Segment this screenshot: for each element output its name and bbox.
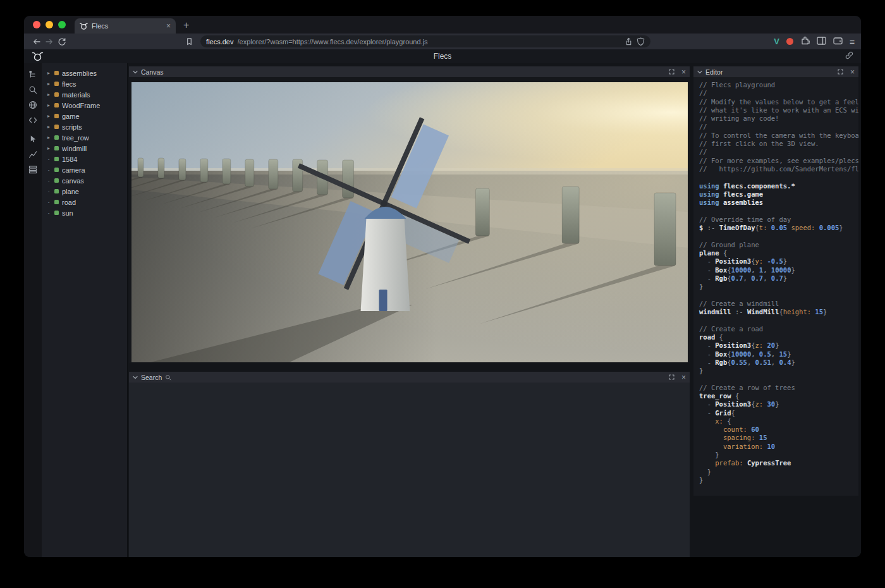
- entity-square-icon: [54, 178, 59, 183]
- code-line: }: [699, 468, 858, 476]
- tree-item-WoodFrame[interactable]: ▸WoodFrame: [42, 100, 127, 111]
- bookmark-icon[interactable]: [183, 35, 195, 48]
- tree-item-sun[interactable]: -sun: [42, 207, 127, 218]
- extension-v-icon[interactable]: V: [774, 37, 779, 46]
- menu-icon[interactable]: ≡: [850, 37, 855, 47]
- entity-square-icon: [54, 211, 59, 215]
- code-line: x: {: [699, 417, 858, 426]
- entity-tree-icon[interactable]: [26, 69, 40, 80]
- traffic-minimize[interactable]: [46, 21, 53, 28]
- search-results-area[interactable]: [129, 383, 690, 557]
- module-square-icon: [54, 125, 59, 129]
- tree-item-canvas[interactable]: -canvas: [42, 175, 127, 186]
- tree-item-label: sun: [62, 209, 73, 217]
- stats-icon[interactable]: [26, 149, 40, 159]
- extension-record-icon[interactable]: [786, 38, 793, 45]
- entity-tree: ▸assemblies▸flecs▸materials▸WoodFrame▸ga…: [42, 63, 128, 557]
- search-magnifier-icon[interactable]: [165, 374, 171, 381]
- code-line: [699, 375, 858, 383]
- code-line: - Box{10000, 1, 10000}: [699, 266, 858, 274]
- tree-item-windmill[interactable]: ▸windmill: [42, 143, 127, 154]
- chevron-down-icon[interactable]: [133, 376, 138, 379]
- code-line: [699, 316, 858, 324]
- tree-item-road[interactable]: -road: [42, 197, 127, 207]
- close-icon[interactable]: ×: [850, 68, 855, 76]
- new-tab-button[interactable]: +: [183, 20, 189, 31]
- tree-item-1584[interactable]: -1584: [42, 154, 127, 164]
- share-icon[interactable]: [625, 37, 633, 46]
- traffic-close[interactable]: [33, 21, 40, 28]
- tree-item-scripts[interactable]: ▸scripts: [42, 121, 127, 132]
- browser-window: Flecs × + flecs.dev/explorer/?wasm=https…: [24, 16, 861, 557]
- expand-icon[interactable]: [669, 374, 674, 380]
- traffic-maximize[interactable]: [58, 21, 66, 28]
- tree-item-label: canvas: [62, 177, 84, 185]
- tree-item-materials[interactable]: ▸materials: [42, 89, 127, 100]
- link-icon[interactable]: [845, 51, 853, 62]
- tree-item-label: assemblies: [62, 70, 97, 77]
- browser-tab[interactable]: Flecs ×: [75, 18, 176, 34]
- canvas-body: [129, 77, 690, 363]
- reload-icon[interactable]: [56, 35, 68, 48]
- canvas-panel-header[interactable]: Canvas ×: [129, 66, 690, 77]
- expand-icon[interactable]: [838, 69, 843, 75]
- expand-arrow-icon[interactable]: ▸: [46, 81, 51, 87]
- canvas-panel: Canvas ×: [129, 66, 690, 363]
- expand-arrow-icon[interactable]: ▸: [46, 70, 51, 76]
- brave-shield-icon[interactable]: [637, 37, 645, 46]
- code-line: // To control the camera with the keyboa…: [699, 132, 858, 140]
- world-icon[interactable]: [26, 99, 40, 110]
- navigation-bar: flecs.dev/explorer/?wasm=https://www.fle…: [24, 34, 861, 49]
- editor-panel-header[interactable]: Editor ×: [693, 66, 858, 77]
- extensions-puzzle-icon[interactable]: [800, 35, 810, 47]
- wallet-icon[interactable]: [833, 36, 843, 47]
- chevron-down-icon[interactable]: [697, 70, 702, 74]
- page-title: Flecs: [24, 52, 861, 61]
- tab-title: Flecs: [92, 22, 162, 30]
- tree-item-game[interactable]: ▸game: [42, 111, 127, 121]
- tree-item-label: game: [62, 113, 80, 120]
- back-arrow-icon[interactable]: [30, 35, 43, 48]
- tree-item-camera[interactable]: -camera: [42, 164, 127, 175]
- side-panel-icon[interactable]: [817, 36, 826, 47]
- code-icon[interactable]: [26, 114, 40, 125]
- expand-arrow-icon[interactable]: ▸: [46, 102, 51, 108]
- memory-icon[interactable]: [26, 164, 40, 175]
- url-path: /explorer/?wasm=https://www.flecs.dev/ex…: [238, 38, 621, 46]
- tree-item-tree_row[interactable]: ▸tree_row: [42, 132, 127, 143]
- tab-close-icon[interactable]: ×: [166, 22, 171, 30]
- tree-item-label: tree_row: [62, 134, 89, 142]
- code-line: using flecs.game: [699, 190, 858, 199]
- tree-item-assemblies[interactable]: ▸assemblies: [42, 68, 127, 78]
- code-line: // writing any code!: [699, 114, 858, 123]
- forward-arrow-icon[interactable]: [43, 35, 56, 48]
- code-line: spacing: 15: [699, 434, 858, 442]
- expand-arrow-icon[interactable]: ▸: [46, 92, 51, 97]
- module-square-icon: [54, 82, 59, 86]
- entity-square-icon: [54, 200, 59, 204]
- module-square-icon: [54, 92, 59, 97]
- expand-arrow-icon[interactable]: ▸: [46, 113, 51, 119]
- search-panel-header[interactable]: Search ×: [129, 372, 690, 383]
- left-icon-strip: [24, 63, 42, 557]
- code-line: // Create a road: [699, 325, 858, 333]
- inspector-icon[interactable]: [26, 133, 40, 144]
- tree-item-label: scripts: [62, 123, 82, 131]
- code-line: [699, 207, 858, 215]
- code-line: plane {: [699, 249, 858, 257]
- expand-arrow-icon[interactable]: ▸: [46, 145, 51, 151]
- close-icon[interactable]: ×: [681, 68, 686, 76]
- canvas-3d-scene[interactable]: [131, 82, 688, 362]
- code-line: windmill :- WindMill{height: 15}: [699, 308, 858, 316]
- expand-arrow-icon[interactable]: ▸: [46, 124, 51, 130]
- tree-item-plane[interactable]: -plane: [42, 186, 127, 197]
- tree-item-flecs[interactable]: ▸flecs: [42, 78, 127, 89]
- expand-icon[interactable]: [669, 69, 674, 75]
- chevron-down-icon[interactable]: [133, 70, 138, 74]
- editor-code[interactable]: // Flecs playground//// Modify the value…: [693, 77, 858, 496]
- code-line: road {: [699, 333, 858, 341]
- url-bar[interactable]: flecs.dev/explorer/?wasm=https://www.fle…: [200, 35, 650, 47]
- close-icon[interactable]: ×: [681, 374, 686, 381]
- expand-arrow-icon[interactable]: ▸: [46, 135, 51, 140]
- search-icon[interactable]: [26, 84, 40, 95]
